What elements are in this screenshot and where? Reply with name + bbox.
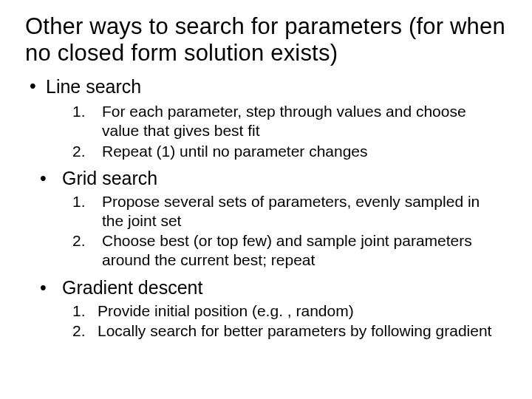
list-item: 2. Locally search for better parameters …	[72, 321, 507, 341]
list-item: 1. Provide initial position (e.g. , rand…	[72, 301, 507, 321]
item-number: 1.	[72, 301, 98, 321]
item-number: 1.	[72, 192, 102, 211]
item-text: Propose several sets of parameters, even…	[102, 192, 507, 230]
list-item: 2. Repeat (1) until no parameter changes	[72, 142, 507, 161]
slide-title: Other ways to search for parameters (for…	[25, 13, 507, 66]
list-item: 1. For each parameter, step through valu…	[72, 102, 507, 140]
item-number: 1.	[72, 102, 102, 121]
item-text: Provide initial position (e.g. , random)	[98, 301, 507, 321]
item-text: Repeat (1) until no parameter changes	[102, 142, 507, 161]
item-number: 2.	[72, 321, 98, 341]
numbered-list: 1. Provide initial position (e.g. , rand…	[72, 301, 507, 341]
bullet-dot-icon: •	[40, 277, 62, 299]
section-heading: Gradient descent	[62, 277, 202, 299]
list-item: 2. Choose best (or top few) and sample j…	[72, 231, 507, 269]
item-number: 2.	[72, 231, 102, 250]
bullet-dot-icon: •	[40, 168, 62, 189]
bullet-grid-search: • Grid search	[40, 168, 507, 189]
numbered-list: 1. Propose several sets of parameters, e…	[72, 192, 507, 269]
section-heading: Line search	[46, 76, 141, 98]
item-text: Locally search for better parameters by …	[98, 321, 507, 341]
bullet-dot-icon: •	[30, 76, 46, 97]
bullet-line-search: • Line search	[30, 76, 507, 98]
item-number: 2.	[72, 142, 102, 161]
section-heading: Grid search	[62, 168, 157, 189]
list-item: 1. Propose several sets of parameters, e…	[72, 192, 507, 230]
bullet-gradient-descent: • Gradient descent	[40, 277, 507, 299]
slide: Other ways to search for parameters (for…	[0, 0, 532, 399]
item-text: For each parameter, step through values …	[102, 102, 507, 140]
numbered-list: 1. For each parameter, step through valu…	[72, 102, 507, 160]
item-text: Choose best (or top few) and sample join…	[102, 231, 507, 269]
